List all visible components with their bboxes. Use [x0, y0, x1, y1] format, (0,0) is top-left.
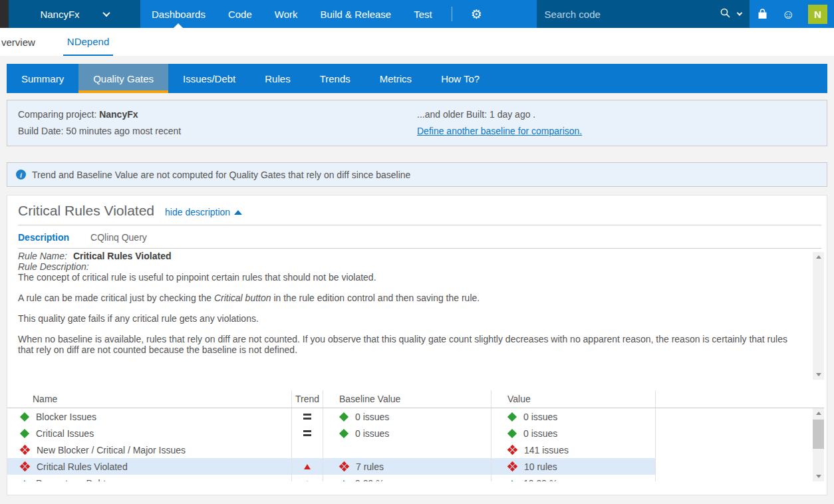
- top-nav-bar: NancyFx Dashboards Code Work Build & Rel…: [0, 0, 834, 28]
- hide-description-link[interactable]: hide description: [165, 207, 242, 217]
- settings-button[interactable]: ⚙: [460, 0, 493, 28]
- quality-gates-table: Name Trend Baseline Value Value Blocker …: [7, 390, 827, 481]
- gear-icon: ⚙: [471, 7, 482, 22]
- menu-strip[interactable]: [0, 0, 9, 28]
- search-input[interactable]: [545, 9, 713, 20]
- baseline-compare-box: Comparing project: NancyFx Build Date: 5…: [7, 100, 827, 146]
- page-title: Critical Rules Violated: [18, 203, 154, 219]
- green-diamond-icon: [20, 412, 29, 421]
- nav-item-work[interactable]: Work: [263, 0, 309, 28]
- collapse-triangle-icon: [234, 210, 242, 215]
- nav-item-build-release[interactable]: Build & Release: [309, 0, 402, 28]
- section-tab-bar: Summary Quality Gates Issues/Debt Rules …: [7, 64, 827, 93]
- red-diamond-cluster-icon: [507, 445, 518, 455]
- feedback-smiley-icon[interactable]: ☺: [782, 8, 795, 21]
- equals-trend-icon: [303, 430, 311, 436]
- divider: [452, 7, 452, 21]
- triangle-up-icon: [816, 412, 821, 415]
- tab-issues-debt[interactable]: Issues/Debt: [168, 64, 250, 93]
- description-paragraph: When no baseline is available, rules tha…: [18, 334, 804, 355]
- nav-item-test[interactable]: Test: [402, 0, 444, 28]
- compare-left: Comparing project: NancyFx Build Date: 5…: [18, 106, 417, 140]
- description-tab-bar: Description CQlinq Query: [18, 232, 816, 243]
- tab-description[interactable]: Description: [18, 232, 69, 243]
- description-panel: Rule Name:Critical Rules Violated Rule D…: [18, 251, 824, 381]
- column-header-filler: [655, 390, 824, 408]
- page: NancyFx Dashboards Code Work Build & Rel…: [0, 0, 834, 504]
- tab-ndepend[interactable]: NDepend: [63, 28, 113, 56]
- rule-name-label: Rule Name:: [18, 251, 67, 261]
- red-up-trend-icon: [304, 481, 311, 482]
- hub-tab-row: verview NDepend: [0, 28, 834, 56]
- nav-item-code[interactable]: Code: [217, 0, 263, 28]
- green-up-triangle-icon: [21, 480, 29, 481]
- red-diamond-cluster-icon: [339, 461, 350, 472]
- scroll-down-button[interactable]: [813, 471, 824, 481]
- avatar[interactable]: N: [808, 5, 827, 24]
- triangle-down-icon: [816, 475, 821, 478]
- define-baseline-link[interactable]: Define another baseline for comparison.: [417, 126, 582, 136]
- table-row-percentage-debt[interactable]: Percentage Debt 9.29 % 10.29 %: [7, 475, 827, 481]
- scroll-down-button[interactable]: [813, 370, 824, 380]
- search-box: [537, 0, 750, 28]
- project-selector[interactable]: NancyFx: [9, 0, 140, 28]
- compare-right: ...and older Built: 1 day ago . Define a…: [417, 106, 816, 140]
- tab-how-to[interactable]: How To?: [426, 64, 494, 93]
- top-right-icons: ☺ N: [750, 0, 834, 28]
- divider: [18, 225, 821, 225]
- card-header: Critical Rules Violated hide description: [18, 203, 816, 219]
- tab-trends[interactable]: Trends: [305, 64, 365, 93]
- older-build-line: ...and older Built: 1 day ago .: [417, 106, 816, 123]
- rule-name-value: Critical Rules Violated: [73, 251, 172, 261]
- triangle-up-icon: [816, 255, 821, 259]
- description-scrollbar[interactable]: [813, 252, 824, 380]
- triangle-down-icon: [816, 373, 821, 376]
- table-scrollbar[interactable]: [813, 408, 824, 481]
- red-diamond-cluster-icon: [20, 461, 31, 472]
- scroll-up-button[interactable]: [813, 408, 824, 418]
- green-diamond-icon: [20, 428, 29, 438]
- table-row-new-blocker-critical-major[interactable]: New Blocker / Critical / Major Issues 14…: [7, 441, 827, 458]
- column-header-name: Name: [7, 390, 291, 408]
- divider: [18, 248, 821, 249]
- info-message-bar: i Trend and Baseline Value are not compu…: [7, 162, 827, 187]
- column-header-baseline: Baseline Value: [323, 390, 491, 408]
- info-message-text: Trend and Baseline Value are not compute…: [32, 170, 410, 180]
- column-header-value: Value: [491, 390, 655, 408]
- column-header-trend: Trend: [291, 390, 323, 408]
- red-diamond-cluster-icon: [507, 461, 518, 472]
- tab-rules[interactable]: Rules: [250, 64, 305, 93]
- search-icon[interactable]: [720, 7, 731, 21]
- search-chevron-down-icon[interactable]: [736, 10, 742, 15]
- tab-overview[interactable]: verview: [0, 28, 37, 56]
- scrollbar-thumb[interactable]: [813, 420, 824, 449]
- info-icon: i: [16, 170, 26, 180]
- table-row-blocker-issues[interactable]: Blocker Issues 0 issues 0 issues: [7, 408, 827, 425]
- description-paragraph: This quality gate fails if any critical …: [18, 313, 804, 324]
- rule-description-intro: The concept of critical rule is useful t…: [18, 272, 804, 283]
- tab-metrics[interactable]: Metrics: [365, 64, 426, 93]
- green-diamond-icon: [507, 428, 517, 438]
- table-row-critical-issues[interactable]: Critical Issues 0 issues 0 issues: [7, 425, 827, 441]
- green-up-triangle-icon: [508, 480, 516, 481]
- table-header: Name Trend Baseline Value Value: [7, 390, 824, 408]
- green-up-triangle-icon: [340, 480, 348, 481]
- red-up-trend-icon: [304, 464, 311, 469]
- description-paragraph: A rule can be made critical just by chec…: [18, 293, 804, 303]
- green-diamond-icon: [507, 412, 517, 421]
- nav-item-dashboards[interactable]: Dashboards: [140, 0, 217, 28]
- tab-summary[interactable]: Summary: [7, 64, 78, 93]
- top-nav: Dashboards Code Work Build & Release Tes…: [140, 0, 444, 28]
- table-row-critical-rules-violated[interactable]: Critical Rules Violated 7 rules 10 rules: [7, 458, 827, 475]
- project-name: NancyFx: [40, 9, 79, 20]
- tab-cqlinq-query[interactable]: CQlinq Query: [90, 232, 147, 243]
- chevron-down-icon: [102, 9, 110, 17]
- red-diamond-cluster-icon: [20, 445, 31, 455]
- build-date-line: Build Date: 50 minutes ago most recent: [18, 123, 417, 140]
- scroll-up-button[interactable]: [813, 252, 824, 262]
- marketplace-bag-icon[interactable]: [756, 8, 769, 21]
- green-diamond-icon: [339, 412, 348, 421]
- green-diamond-icon: [339, 428, 348, 438]
- table-body: Blocker Issues 0 issues 0 issues Critica…: [7, 408, 827, 481]
- tab-quality-gates[interactable]: Quality Gates: [78, 64, 168, 93]
